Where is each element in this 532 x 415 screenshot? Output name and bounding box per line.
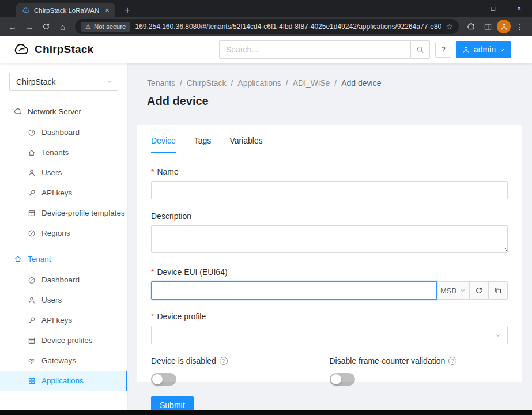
minimize-button[interactable]: – (454, 0, 480, 17)
generate-eui-button[interactable] (469, 281, 489, 300)
sidebar-item-ns-regions[interactable]: Regions (0, 223, 127, 243)
breadcrumb-chirpstack[interactable]: ChirpStack (187, 78, 226, 88)
sidebar-section-network-server[interactable]: Network Server (0, 100, 127, 122)
sidebar-item-ns-api-keys[interactable]: API keys (0, 183, 127, 203)
browser-titlebar: ChirpStack LoRaWAN® Netwo... × + – □ × (0, 0, 532, 17)
section-label: Network Server (28, 107, 81, 116)
sidebar-item-ns-device-profile-templates[interactable]: Device-profile templates (0, 203, 127, 223)
tooltip-info-icon[interactable]: ? (448, 357, 456, 365)
global-search (219, 40, 430, 59)
browser-profile-avatar[interactable] (497, 20, 511, 33)
tenant-select-value: ChirpStack (16, 77, 55, 86)
breadcrumb-separator: / (180, 78, 182, 88)
chevron-down-icon (460, 288, 466, 293)
section-label: Tenant (28, 255, 51, 263)
item-label: Regions (41, 229, 70, 237)
chirpstack-favicon-icon (22, 6, 30, 14)
sidebar-item-tenant-api-keys[interactable]: API keys (0, 310, 127, 330)
forward-button[interactable]: → (21, 19, 37, 35)
tab-tags[interactable]: Tags (194, 133, 212, 153)
frame-counter-toggle[interactable] (330, 373, 355, 386)
item-label: Device profiles (41, 336, 93, 345)
reload-button[interactable] (38, 19, 54, 35)
tenant-select[interactable]: ChirpStack (9, 73, 118, 91)
device-disabled-col: Device is disabled ? (151, 356, 330, 386)
name-input[interactable] (151, 181, 508, 199)
sidebar-item-tenant-users[interactable]: Users (0, 290, 127, 310)
table-icon (28, 209, 36, 217)
key-icon (28, 189, 36, 197)
address-bar[interactable]: ⚠ Not secure 169.254.160.36:8080/#/tenan… (75, 19, 459, 34)
dev-eui-field: * Device EUI (EUI64) MSB (151, 267, 508, 300)
copy-icon (494, 286, 502, 295)
brand-name: ChirpStack (35, 43, 93, 56)
byte-order-value: MSB (440, 286, 456, 295)
user-icon (28, 296, 36, 304)
breadcrumb-tenants[interactable]: Tenants (147, 78, 175, 88)
search-input[interactable] (219, 40, 410, 59)
security-badge[interactable]: ⚠ Not secure (81, 22, 130, 32)
sidebar-item-tenant-gateways[interactable]: Gateways (0, 350, 127, 371)
submit-button[interactable]: Submit (151, 396, 194, 410)
item-label: Dashboard (41, 276, 80, 284)
sidebar: ChirpStack Network Server Dashboard Tena… (0, 63, 128, 410)
breadcrumb-separator: / (286, 78, 288, 88)
home-icon (14, 255, 22, 263)
item-label: Dashboard (41, 128, 80, 137)
breadcrumb-adi-wise[interactable]: ADI_WiSe (293, 78, 330, 88)
maximize-button[interactable]: □ (480, 0, 506, 17)
breadcrumb-separator: / (334, 78, 337, 88)
menu-gap (0, 243, 127, 248)
device-profile-select[interactable] (151, 326, 508, 344)
sidebar-item-tenant-applications[interactable]: Applications (0, 371, 127, 391)
item-label: API keys (41, 316, 72, 325)
sidebar-menu: Network Server Dashboard Tenants Users A… (0, 100, 127, 391)
help-button[interactable]: ? (435, 42, 451, 58)
description-label: Description (151, 212, 508, 221)
security-label: Not secure (94, 23, 126, 30)
description-input[interactable] (151, 225, 508, 253)
sidebar-item-ns-dashboard[interactable]: Dashboard (0, 122, 127, 142)
item-label: Gateways (41, 356, 76, 365)
appstore-icon (28, 377, 36, 385)
bookmark-star-icon[interactable]: ☆ (446, 22, 453, 31)
tab-device[interactable]: Device (151, 133, 176, 153)
browser-menu-icon[interactable]: ⋮ (512, 19, 527, 35)
dashboard-icon (28, 276, 36, 284)
extensions-icon[interactable] (463, 19, 479, 35)
key-icon (28, 316, 36, 325)
byte-order-select[interactable]: MSB (436, 281, 470, 300)
sidebar-item-tenant-device-profiles[interactable]: Device profiles (0, 330, 127, 350)
tab-close-icon[interactable]: × (103, 6, 112, 15)
browser-tab[interactable]: ChirpStack LoRaWAN® Netwo... × (16, 3, 115, 17)
item-label: Device-profile templates (41, 209, 125, 217)
dev-eui-group: MSB (151, 281, 508, 300)
page-title: Add device (128, 88, 532, 108)
wifi-icon (28, 357, 36, 365)
sidebar-item-ns-users[interactable]: Users (0, 163, 127, 183)
back-button[interactable]: ← (5, 19, 20, 35)
search-button[interactable] (410, 40, 430, 59)
cloud-icon (14, 107, 22, 115)
tab-title: ChirpStack LoRaWAN® Netwo... (34, 7, 99, 14)
required-asterisk: * (151, 268, 154, 276)
device-disabled-toggle[interactable] (151, 373, 176, 386)
tooltip-info-icon[interactable]: ? (220, 357, 228, 365)
chirpstack-logo[interactable]: ChirpStack (13, 41, 93, 58)
side-panel-icon[interactable] (480, 19, 496, 35)
admin-menu-button[interactable]: admin (456, 41, 511, 58)
breadcrumb-applications[interactable]: Applications (237, 78, 281, 88)
required-asterisk: * (151, 168, 154, 176)
add-device-card: Device Tags Variables * Name Description (137, 124, 522, 382)
dev-eui-input[interactable] (151, 281, 437, 300)
sidebar-item-ns-tenants[interactable]: Tenants (0, 142, 127, 163)
window-close-button[interactable]: × (506, 0, 532, 17)
item-label: Tenants (41, 148, 69, 157)
main-content: Tenants / ChirpStack / Applications / AD… (128, 63, 532, 410)
sidebar-item-tenant-dashboard[interactable]: Dashboard (0, 270, 127, 290)
browser-home-button[interactable]: ⌂ (55, 19, 70, 35)
tab-variables[interactable]: Variables (229, 133, 262, 153)
copy-eui-button[interactable] (488, 281, 508, 300)
sidebar-section-tenant[interactable]: Tenant (0, 248, 127, 270)
new-tab-button[interactable]: + (121, 4, 134, 17)
